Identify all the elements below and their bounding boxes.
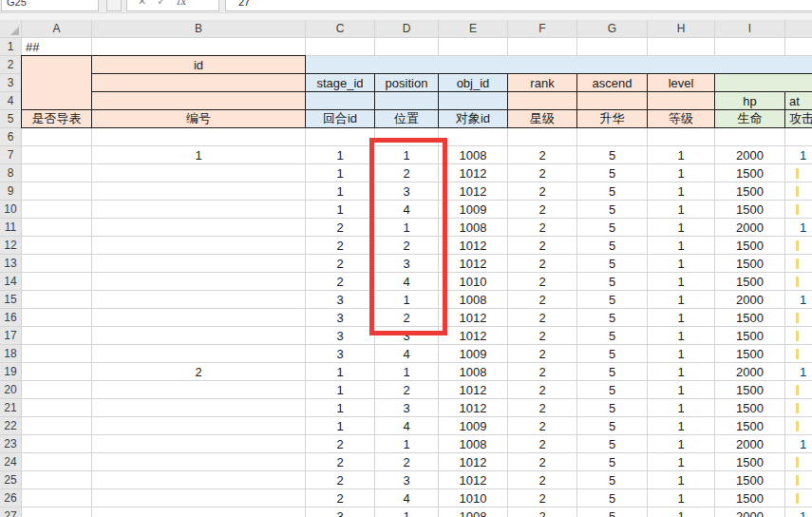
cell-C21[interactable]: 1 [306,399,374,416]
cell-row1-9[interactable] [648,38,714,55]
cell-A9[interactable] [22,182,91,200]
cell-G17[interactable]: 5 [577,327,647,344]
cell-D25[interactable]: 3 [375,471,438,488]
cell-F16[interactable]: 2 [508,309,576,326]
cell-H17[interactable]: 1 [648,327,714,344]
row-header-27[interactable]: 27 [0,507,21,517]
cell-J23-partial[interactable]: 1 [785,435,812,452]
cell-H26[interactable]: 1 [648,489,714,507]
cell-C16[interactable]: 3 [306,309,374,326]
cell-B15[interactable] [92,291,305,308]
column-header-H[interactable]: H [648,20,714,37]
row-header-19[interactable]: 19 [0,363,21,380]
cell-I8[interactable]: 1500 [715,164,784,182]
cell-C5[interactable]: 回合id [306,110,374,127]
cell-B27[interactable] [92,507,305,517]
cell-C19[interactable]: 1 [306,363,374,380]
cell-A11[interactable] [22,219,91,236]
cell-J22-partial[interactable] [785,417,812,434]
cell-A15[interactable] [22,291,91,308]
row-header-17[interactable]: 17 [0,327,21,344]
cell-G16[interactable]: 5 [577,309,647,326]
cell-A10[interactable] [22,201,91,218]
cell-A21[interactable] [22,399,91,416]
cell-J17-partial[interactable] [785,327,812,344]
cell-A27[interactable] [22,507,91,517]
row-header-20[interactable]: 20 [0,381,21,398]
cell-I7[interactable]: 2000 [715,146,784,163]
cell-D24[interactable]: 2 [375,453,438,470]
cell-E13[interactable]: 1012 [439,255,507,272]
cell-H9[interactable]: 1 [648,182,714,200]
cell-I9[interactable]: 1500 [715,182,784,200]
cell-J13-partial[interactable] [785,255,812,272]
row-header-14[interactable]: 14 [0,273,21,290]
cell-D17[interactable]: 3 [375,327,438,344]
row-header-18[interactable]: 18 [0,345,21,362]
cell-row1-3[interactable] [92,38,305,55]
cell-F12[interactable]: 2 [508,237,576,254]
cell-J7-partial[interactable]: 1 [785,146,812,163]
cell-I22[interactable]: 1500 [715,417,784,434]
cell-A6[interactable] [22,128,91,145]
cell-C14[interactable]: 2 [306,273,374,290]
cell-C25[interactable]: 2 [306,471,374,488]
cell-F27[interactable]: 2 [508,507,576,517]
cell-I21[interactable]: 1500 [715,399,784,416]
row-header-26[interactable]: 26 [0,489,21,507]
cell-D27[interactable]: 1 [375,507,438,517]
cell-C9[interactable]: 1 [306,182,374,200]
cancel-icon[interactable]: ✕ [138,0,146,8]
cell-I24[interactable]: 1500 [715,453,784,470]
cell-C2-J2-band[interactable] [306,56,812,73]
cell-E26[interactable]: 1010 [439,489,507,507]
cell-C13[interactable]: 2 [306,255,374,272]
cell-A25[interactable] [22,471,91,488]
cell-G9[interactable]: 5 [577,182,647,200]
cell-F14[interactable]: 2 [508,273,576,290]
insert-function-icon[interactable]: fx [176,0,185,8]
cell-F9[interactable]: 2 [508,182,576,200]
cell-H8[interactable]: 1 [648,164,714,182]
cell-J8-partial[interactable] [785,164,812,182]
cell-J21-partial[interactable] [785,399,812,416]
name-box[interactable]: G25 [1,0,99,11]
row-header-8[interactable]: 8 [0,164,21,182]
cell-D21[interactable]: 3 [375,399,438,416]
cell-A20[interactable] [22,381,91,398]
cell-F5[interactable]: 星级 [508,110,576,127]
cell-G26[interactable]: 5 [577,489,647,507]
cell-I5[interactable]: 生命 [715,110,784,127]
column-header-J-partial[interactable] [785,20,812,37]
column-header-G[interactable]: G [577,20,647,37]
cell-J5[interactable]: 攻击 [785,110,812,127]
cell-F10[interactable]: 2 [508,201,576,218]
cell-H15[interactable]: 1 [648,291,714,308]
cell-row1-4[interactable] [306,38,374,55]
column-header-I[interactable]: I [715,20,784,37]
cell-E6[interactable] [439,128,507,145]
cell-G6[interactable] [577,128,647,145]
column-header-B[interactable]: B [92,20,305,37]
cell-B9[interactable] [92,182,305,200]
cell-H23[interactable]: 1 [648,435,714,452]
cell-G22[interactable]: 5 [577,417,647,434]
cell-A1[interactable]: ## [22,38,91,55]
cell-E24[interactable]: 1012 [439,453,507,470]
cell-F20[interactable]: 2 [508,381,576,398]
cell-D4[interactable] [375,92,438,109]
cell-D6[interactable] [375,128,438,145]
cell-B10[interactable] [92,201,305,218]
row-header-9[interactable]: 9 [0,182,21,200]
cell-F18[interactable]: 2 [508,345,576,362]
cell-H21[interactable]: 1 [648,399,714,416]
cell-E16[interactable]: 1012 [439,309,507,326]
cell-B17[interactable] [92,327,305,344]
cell-D3[interactable]: position [375,74,438,91]
cell-E17[interactable]: 1012 [439,327,507,344]
cell-I27[interactable]: 2000 [715,507,784,517]
cell-C22[interactable]: 1 [306,417,374,434]
cell-E21[interactable]: 1012 [439,399,507,416]
cell-J26-partial[interactable] [785,489,812,507]
row-header-7[interactable]: 7 [0,146,21,163]
